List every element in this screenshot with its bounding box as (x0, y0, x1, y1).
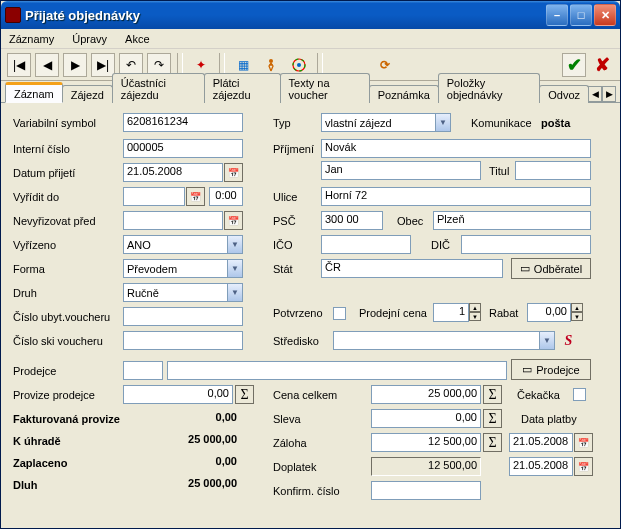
input-dic[interactable] (461, 235, 591, 254)
close-window-button[interactable]: ✕ (594, 4, 616, 26)
value-zaplaceno: 0,00 (123, 455, 237, 467)
input-provize[interactable]: 0,00 (123, 385, 233, 404)
input-obec[interactable]: Plzeň (433, 211, 591, 230)
datepicker-platba2[interactable]: 📅 (574, 457, 593, 476)
label-obec: Obec (397, 215, 423, 227)
input-datum-prijeti[interactable]: 21.05.2008 (123, 163, 223, 182)
input-konfirm[interactable] (371, 481, 481, 500)
label-provize: Provize prodejce (13, 389, 95, 401)
label-prodejce: Prodejce (13, 365, 56, 377)
button-odberatel[interactable]: ▭Odběratel (511, 258, 591, 279)
label-prijmeni: Příjmení (273, 143, 314, 155)
svg-point-0 (269, 59, 273, 63)
input-var-sym[interactable]: 6208161234 (123, 113, 243, 132)
datepicker-nevyrizovat[interactable]: 📅 (224, 211, 243, 230)
cancel-button[interactable]: ✘ (590, 53, 614, 77)
sum-button-provize[interactable]: Σ (235, 385, 254, 404)
select-stredisko[interactable]: ▼ (333, 331, 555, 350)
minimize-button[interactable]: – (546, 4, 568, 26)
maximize-button[interactable]: □ (570, 4, 592, 26)
menu-akce[interactable]: Akce (121, 32, 153, 46)
select-typ[interactable]: vlastní zájezd▼ (321, 113, 451, 132)
refresh-button[interactable]: ⟳ (373, 53, 397, 77)
input-jmeno[interactable]: Jan (321, 161, 481, 180)
input-titul[interactable] (515, 161, 591, 180)
sum-button-zaloha[interactable]: Σ (483, 433, 502, 452)
label-dic: DIČ (431, 239, 450, 251)
label-fakt-provize: Fakturovaná provize (13, 413, 120, 425)
input-platba1[interactable]: 21.05.2008 (509, 433, 573, 452)
tabbar: Záznam Zájezd Účastníci zájezdu Plátci z… (1, 81, 620, 103)
tab-poznamka[interactable]: Poznámka (369, 85, 439, 103)
nav-last-button[interactable]: ▶| (91, 53, 115, 77)
tab-ucastnici[interactable]: Účastníci zájezdu (112, 73, 205, 103)
sum-button-cena[interactable]: Σ (483, 385, 502, 404)
input-prodejce-name[interactable] (167, 361, 507, 380)
tab-polozky[interactable]: Položky objednávky (438, 73, 540, 103)
nav-prev-button[interactable]: ◀ (35, 53, 59, 77)
input-sleva[interactable]: 0,00 (371, 409, 481, 428)
select-forma[interactable]: Převodem▼ (123, 259, 243, 278)
label-vyridit-do: Vyřídit do (13, 191, 59, 203)
input-vyridit-do[interactable] (123, 187, 185, 206)
input-rabat[interactable]: 0,00 (527, 303, 571, 322)
tab-scroll-right[interactable]: ▶ (602, 86, 616, 102)
label-cena-celkem: Cena celkem (273, 389, 337, 401)
value-dluh: 25 000,00 (123, 477, 237, 489)
input-ico[interactable] (321, 235, 411, 254)
spinner-rabat[interactable]: ▲▼ (571, 303, 583, 321)
label-titul: Titul (489, 165, 509, 177)
input-nevyrizovat[interactable] (123, 211, 223, 230)
label-komunikace: Komunikace (471, 117, 532, 129)
label-nevyrizovat: Nevyřizovat před (13, 215, 96, 227)
tab-scroll-left[interactable]: ◀ (588, 86, 602, 102)
tab-zajezd[interactable]: Zájezd (62, 85, 113, 103)
tab-odvoz[interactable]: Odvoz (539, 85, 589, 103)
input-int-cislo[interactable]: 000005 (123, 139, 243, 158)
input-prijmeni[interactable]: Novák (321, 139, 591, 158)
input-zaloha[interactable]: 12 500,00 (371, 433, 481, 452)
menubar: Záznamy Úpravy Akce (1, 29, 620, 49)
nav-next-button[interactable]: ▶ (63, 53, 87, 77)
titlebar: Přijaté objednávky – □ ✕ (1, 1, 620, 29)
input-ulice[interactable]: Horní 72 (321, 187, 591, 206)
menu-zaznamy[interactable]: Záznamy (5, 32, 58, 46)
confirm-button[interactable]: ✔ (562, 53, 586, 77)
label-rabat: Rabat (489, 307, 518, 319)
checkbox-cekacka[interactable] (573, 388, 586, 401)
label-doplatek: Doplatek (273, 461, 316, 473)
label-konfirm: Konfirm. číslo (273, 485, 340, 497)
input-psc[interactable]: 300 00 (321, 211, 383, 230)
input-ubyt-voucher[interactable] (123, 307, 243, 326)
app-icon (5, 7, 21, 23)
input-prodejce-code[interactable] (123, 361, 163, 380)
datepicker-vyridit-do[interactable]: 📅 (186, 187, 205, 206)
nav-first-button[interactable]: |◀ (7, 53, 31, 77)
label-ulice: Ulice (273, 191, 297, 203)
input-vyridit-time[interactable]: 0:00 (209, 187, 243, 206)
tab-platci[interactable]: Plátci zájezdu (204, 73, 281, 103)
label-typ: Typ (273, 117, 291, 129)
tab-texty[interactable]: Texty na voucher (280, 73, 370, 103)
tab-zaznam[interactable]: Záznam (5, 82, 63, 103)
select-druh[interactable]: Ručně▼ (123, 283, 243, 302)
select-vyrizeno[interactable]: ANO▼ (123, 235, 243, 254)
label-forma: Forma (13, 263, 45, 275)
input-platba2[interactable]: 21.05.2008 (509, 457, 573, 476)
input-stat[interactable]: ČR (321, 259, 503, 278)
input-ski-voucher[interactable] (123, 331, 243, 350)
stredisko-s-icon[interactable]: S (559, 331, 578, 350)
menu-upravy[interactable]: Úpravy (68, 32, 111, 46)
sum-button-sleva[interactable]: Σ (483, 409, 502, 428)
input-cena-celkem[interactable]: 25 000,00 (371, 385, 481, 404)
datepicker-datum-prijeti[interactable]: 📅 (224, 163, 243, 182)
input-prodcena[interactable]: 1 (433, 303, 469, 322)
spinner-prodcena[interactable]: ▲▼ (469, 303, 481, 321)
datepicker-platba1[interactable]: 📅 (574, 433, 593, 452)
label-potvrzeno: Potvrzeno (273, 307, 323, 319)
button-prodejce[interactable]: ▭Prodejce (511, 359, 591, 380)
label-ico: IČO (273, 239, 293, 251)
odberatel-icon: ▭ (520, 262, 530, 275)
checkbox-potvrzeno[interactable] (333, 307, 346, 320)
label-k-uhrade: K úhradě (13, 435, 61, 447)
